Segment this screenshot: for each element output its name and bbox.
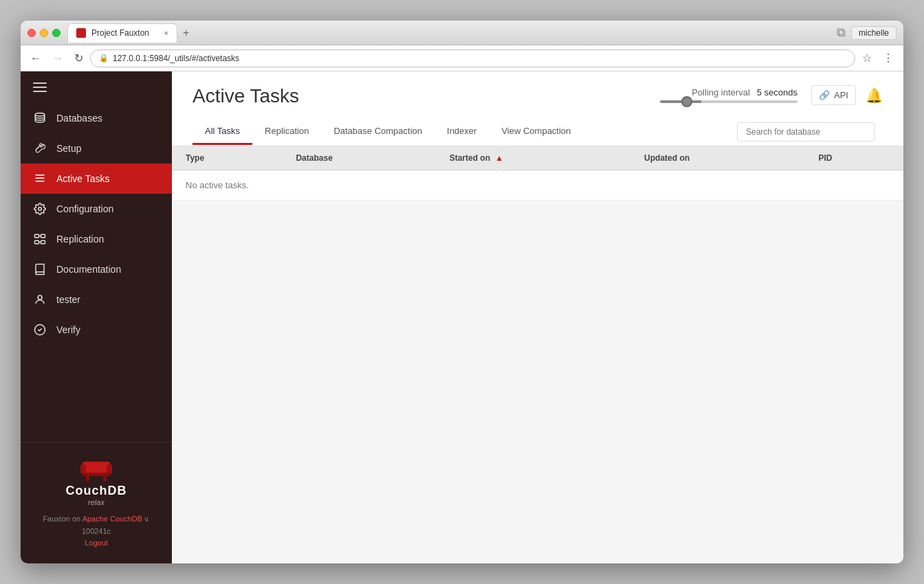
svg-point-0 bbox=[35, 113, 45, 117]
sidebar-item-configuration[interactable]: Configuration bbox=[21, 194, 172, 224]
sidebar-item-databases[interactable]: Databases bbox=[21, 103, 172, 133]
minimize-button[interactable] bbox=[40, 29, 48, 37]
logo-text: CouchDB bbox=[66, 484, 127, 498]
svg-rect-14 bbox=[80, 464, 86, 474]
browser-tab-bar: Project Fauxton × + bbox=[67, 23, 837, 43]
database-icon bbox=[33, 111, 47, 125]
table-header-row: Type Database Started on ▲ Updated on bbox=[172, 146, 903, 170]
sidebar-label-databases: Databases bbox=[56, 113, 102, 124]
hamburger-line-2 bbox=[33, 87, 47, 88]
page-header: Active Tasks Polling interval 5 seconds … bbox=[172, 71, 903, 146]
window-controls: ⧉ bbox=[837, 25, 846, 40]
table-body: No active tasks. bbox=[172, 170, 903, 201]
header-controls: Polling interval 5 seconds 🔗 API 🔔 bbox=[660, 85, 883, 105]
new-tab-icon: ⧉ bbox=[837, 25, 846, 39]
logout-link[interactable]: Logout bbox=[33, 537, 160, 550]
wrench-icon bbox=[33, 142, 47, 155]
sidebar-item-tester[interactable]: tester bbox=[21, 284, 172, 315]
svg-rect-5 bbox=[35, 234, 39, 238]
check-icon bbox=[33, 323, 47, 337]
col-database[interactable]: Database bbox=[282, 146, 435, 170]
lock-icon: 🔒 bbox=[99, 54, 109, 63]
table-area: Type Database Started on ▲ Updated on bbox=[172, 146, 903, 563]
no-tasks-message: No active tasks. bbox=[172, 170, 903, 201]
refresh-button[interactable]: ↻ bbox=[70, 49, 87, 67]
browser-window: Project Fauxton × + ⧉ michelle ← → ↻ 🔒 1… bbox=[21, 21, 903, 563]
sidebar-label-configuration: Configuration bbox=[56, 203, 113, 214]
col-pid[interactable]: PID bbox=[805, 146, 904, 170]
close-button[interactable] bbox=[28, 29, 36, 37]
new-tab-button[interactable]: + bbox=[180, 27, 192, 39]
maximize-button[interactable] bbox=[52, 29, 60, 37]
list-icon bbox=[33, 172, 47, 186]
tab-database-compaction[interactable]: Database Compaction bbox=[321, 119, 434, 145]
nav-bar: ← → ↻ 🔒 127.0.0.1:5984/_utils/#/activeta… bbox=[21, 45, 903, 71]
api-label: API bbox=[834, 90, 848, 100]
forward-button[interactable]: → bbox=[48, 49, 67, 67]
couchdb-logo-svg bbox=[79, 456, 113, 484]
book-icon bbox=[33, 262, 47, 276]
title-bar: Project Fauxton × + ⧉ michelle bbox=[21, 21, 903, 45]
svg-rect-8 bbox=[41, 240, 45, 244]
bookmark-button[interactable]: ☆ bbox=[858, 49, 876, 67]
tab-indexer[interactable]: Indexer bbox=[434, 119, 489, 145]
tab-replication[interactable]: Replication bbox=[252, 119, 321, 145]
sidebar: Databases Setup bbox=[21, 71, 172, 563]
col-updated-on[interactable]: Updated on bbox=[630, 146, 804, 170]
svg-rect-7 bbox=[35, 240, 39, 244]
apache-link[interactable]: Apache CouchDB bbox=[82, 515, 142, 523]
app-layout: Databases Setup bbox=[21, 71, 903, 563]
tab-all-tasks[interactable]: All Tasks bbox=[192, 119, 252, 145]
col-started-on[interactable]: Started on ▲ bbox=[436, 146, 630, 170]
sidebar-item-documentation[interactable]: Documentation bbox=[21, 254, 172, 284]
sidebar-item-verify[interactable]: Verify bbox=[21, 315, 172, 345]
back-button[interactable]: ← bbox=[26, 49, 45, 67]
col-database-label: Database bbox=[296, 153, 332, 163]
main-content: Active Tasks Polling interval 5 seconds … bbox=[172, 71, 903, 563]
tab-view-compaction[interactable]: View Compaction bbox=[489, 119, 583, 145]
table-header: Type Database Started on ▲ Updated on bbox=[172, 146, 903, 170]
sidebar-item-replication[interactable]: Replication bbox=[21, 224, 172, 254]
notifications-button[interactable]: 🔔 bbox=[866, 87, 883, 104]
traffic-lights bbox=[28, 29, 60, 37]
address-bar[interactable]: 🔒 127.0.0.1:5984/_utils/#/activetasks bbox=[90, 49, 855, 67]
svg-rect-1 bbox=[35, 175, 45, 176]
sidebar-label-tester: tester bbox=[56, 294, 80, 305]
chrome-menu-button[interactable]: ⋮ bbox=[879, 49, 898, 67]
tab-indexer-label: Indexer bbox=[447, 126, 476, 136]
col-type[interactable]: Type bbox=[172, 146, 282, 170]
tab-replication-label: Replication bbox=[265, 126, 309, 136]
search-input[interactable] bbox=[737, 122, 874, 142]
sidebar-label-verify: Verify bbox=[56, 324, 80, 335]
fauxton-text: Fauxton on bbox=[43, 515, 82, 523]
sort-asc-icon: ▲ bbox=[495, 153, 503, 163]
col-updated-on-label: Updated on bbox=[644, 153, 690, 163]
tabs-bar: All Tasks Replication Database Compactio… bbox=[192, 118, 883, 146]
svg-point-4 bbox=[38, 207, 42, 211]
sidebar-item-active-tasks[interactable]: Active Tasks bbox=[21, 164, 172, 194]
no-tasks-row: No active tasks. bbox=[172, 170, 903, 201]
svg-rect-6 bbox=[41, 234, 45, 238]
logo-relax: relax bbox=[88, 498, 104, 506]
sidebar-hamburger[interactable] bbox=[21, 71, 172, 103]
sidebar-label-replication: Replication bbox=[56, 234, 104, 245]
header-icons: 🔗 API 🔔 bbox=[811, 85, 883, 105]
col-started-on-label: Started on bbox=[450, 153, 490, 163]
tab-title: Project Fauxton bbox=[91, 28, 149, 38]
user-badge: michelle bbox=[851, 26, 896, 40]
tab-view-compaction-label: View Compaction bbox=[501, 126, 571, 136]
polling-slider[interactable] bbox=[660, 100, 798, 103]
tab-close-button[interactable]: × bbox=[164, 29, 168, 37]
col-type-label: Type bbox=[186, 153, 204, 163]
api-button[interactable]: 🔗 API bbox=[811, 85, 856, 105]
search-tab bbox=[729, 118, 883, 146]
sidebar-nav: Databases Setup bbox=[21, 103, 172, 442]
sidebar-footer: CouchDB relax Fauxton on Apache CouchDB … bbox=[21, 442, 172, 563]
hamburger-line-3 bbox=[33, 91, 47, 92]
api-icon: 🔗 bbox=[819, 90, 830, 100]
user-icon bbox=[33, 293, 47, 306]
sidebar-item-setup[interactable]: Setup bbox=[21, 133, 172, 164]
browser-tab[interactable]: Project Fauxton × bbox=[67, 23, 177, 43]
page-title: Active Tasks bbox=[192, 85, 299, 107]
sidebar-label-documentation: Documentation bbox=[56, 264, 121, 275]
